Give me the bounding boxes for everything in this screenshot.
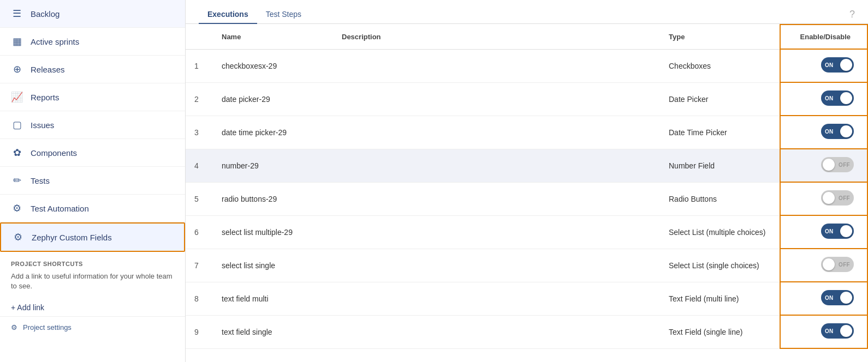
toggle-1[interactable]: ON: [821, 90, 854, 106]
row-description-7: [333, 282, 660, 315]
releases-icon: ⊕: [11, 63, 23, 75]
sidebar-item-test-automation[interactable]: ⚙Test Automation: [0, 195, 185, 222]
add-link-button[interactable]: + Add link: [0, 299, 185, 316]
shortcuts-desc: Add a link to useful information for you…: [11, 272, 174, 291]
toggle-8[interactable]: ON: [821, 323, 854, 339]
row-toggle-cell-2: ON: [780, 116, 867, 149]
row-toggle-cell-6: OFF: [780, 249, 867, 282]
row-num-8: 9: [186, 315, 213, 348]
sidebar-item-components[interactable]: ✿Components: [0, 139, 185, 167]
sidebar: ☰Backlog▦Active sprints⊕Releases📈Reports…: [0, 0, 186, 362]
table-row: 2date picker-29Date PickerON: [186, 82, 867, 116]
table-row: 4number-29Number FieldOFF: [186, 149, 867, 182]
toggle-2[interactable]: ON: [821, 124, 854, 139]
project-settings-label: Project settings: [23, 323, 72, 331]
table-row: 3date time picker-29Date Time PickerON: [186, 116, 867, 149]
row-type-6: Select List (single choices): [660, 249, 780, 282]
row-name-8: text field single: [213, 315, 333, 348]
row-toggle-cell-3: OFF: [780, 149, 867, 182]
row-num-0: 1: [186, 49, 213, 82]
tab-executions[interactable]: Executions: [199, 5, 257, 24]
row-toggle-cell-0: ON: [780, 49, 867, 82]
project-shortcuts-section: PROJECT SHORTCUTS Add a link to useful i…: [0, 252, 185, 299]
table-row: 5radio buttons-29Radio ButtonsOFF: [186, 182, 867, 215]
col-header-type: Type: [660, 25, 780, 49]
table-row: 7select list singleSelect List (single c…: [186, 249, 867, 282]
row-description-2: [333, 116, 660, 149]
table-container: Name Description Type Enable/Disable 1ch…: [186, 24, 868, 362]
table-row: 1checkboxesx-29CheckboxesON: [186, 49, 867, 82]
sidebar-label-backlog: Backlog: [31, 9, 60, 19]
sidebar-label-active-sprints: Active sprints: [31, 37, 79, 46]
row-name-2: date time picker-29: [213, 116, 333, 149]
toggle-7[interactable]: ON: [821, 290, 854, 305]
col-header-description: Description: [333, 25, 660, 49]
row-num-7: 8: [186, 282, 213, 315]
row-description-5: [333, 215, 660, 249]
row-description-8: [333, 315, 660, 348]
sidebar-label-test-automation: Test Automation: [31, 204, 89, 213]
row-name-7: text field multi: [213, 282, 333, 315]
row-toggle-cell-8: ON: [780, 315, 867, 348]
table-header: Name Description Type Enable/Disable: [186, 25, 867, 49]
toggle-5[interactable]: ON: [821, 224, 854, 239]
toggle-3[interactable]: OFF: [821, 157, 854, 172]
sidebar-item-tests[interactable]: ✏Tests: [0, 167, 185, 195]
row-description-6: [333, 249, 660, 282]
col-header-num: [186, 25, 213, 49]
sidebar-item-reports[interactable]: 📈Reports: [0, 83, 185, 111]
row-type-3: Number Field: [660, 149, 780, 182]
sidebar-label-tests: Tests: [31, 176, 50, 185]
row-name-4: radio buttons-29: [213, 182, 333, 215]
toggle-6[interactable]: OFF: [821, 257, 854, 272]
table-row: 6select list multiple-29Select List (mul…: [186, 215, 867, 249]
sidebar-item-active-sprints[interactable]: ▦Active sprints: [0, 28, 185, 56]
active-sprints-icon: ▦: [11, 35, 23, 47]
row-type-2: Date Time Picker: [660, 116, 780, 149]
col-header-name: Name: [213, 25, 333, 49]
row-description-4: [333, 182, 660, 215]
table-body: 1checkboxesx-29CheckboxesON2date picker-…: [186, 49, 867, 348]
table-row: 8text field multiText Field (multi line)…: [186, 282, 867, 315]
reports-icon: 📈: [11, 91, 23, 103]
row-description-1: [333, 82, 660, 116]
row-description-3: [333, 149, 660, 182]
components-icon: ✿: [11, 147, 23, 159]
sidebar-label-reports: Reports: [31, 93, 60, 102]
sidebar-label-releases: Releases: [31, 65, 65, 74]
row-num-5: 6: [186, 215, 213, 249]
row-description-0: [333, 49, 660, 82]
zephyr-custom-fields-icon: ⚙: [12, 231, 24, 243]
col-header-enable: Enable/Disable: [780, 25, 867, 49]
tests-icon: ✏: [11, 174, 23, 186]
row-name-6: select list single: [213, 249, 333, 282]
custom-fields-table: Name Description Type Enable/Disable 1ch…: [186, 24, 868, 349]
row-num-2: 3: [186, 116, 213, 149]
row-type-1: Date Picker: [660, 82, 780, 116]
row-name-0: checkboxesx-29: [213, 49, 333, 82]
sidebar-item-backlog[interactable]: ☰Backlog: [0, 0, 185, 28]
sidebar-label-components: Components: [31, 148, 77, 158]
project-settings-item[interactable]: ⚙ Project settings: [0, 316, 185, 338]
row-name-5: select list multiple-29: [213, 215, 333, 249]
sidebar-item-releases[interactable]: ⊕Releases: [0, 56, 185, 83]
row-num-1: 2: [186, 82, 213, 116]
table-row: 9text field singleText Field (single lin…: [186, 315, 867, 348]
backlog-icon: ☰: [11, 8, 23, 20]
row-toggle-cell-7: ON: [780, 282, 867, 315]
sidebar-label-issues: Issues: [31, 120, 54, 130]
sidebar-item-zephyr-custom-fields[interactable]: ⚙Zephyr Custom Fields: [0, 222, 185, 252]
toggle-4[interactable]: OFF: [821, 190, 854, 206]
shortcuts-title: PROJECT SHORTCUTS: [11, 261, 174, 267]
help-icon[interactable]: ?: [849, 9, 855, 20]
row-type-4: Radio Buttons: [660, 182, 780, 215]
toggle-0[interactable]: ON: [821, 57, 854, 73]
row-type-7: Text Field (multi line): [660, 282, 780, 315]
row-toggle-cell-4: OFF: [780, 182, 867, 215]
row-type-5: Select List (multiple choices): [660, 215, 780, 249]
sidebar-label-zephyr-custom-fields: Zephyr Custom Fields: [32, 233, 112, 242]
tab-test-steps[interactable]: Test Steps: [257, 5, 310, 24]
row-num-6: 7: [186, 249, 213, 282]
sidebar-item-issues[interactable]: ▢Issues: [0, 111, 185, 139]
tabs-bar: ExecutionsTest Steps ?: [186, 0, 868, 24]
